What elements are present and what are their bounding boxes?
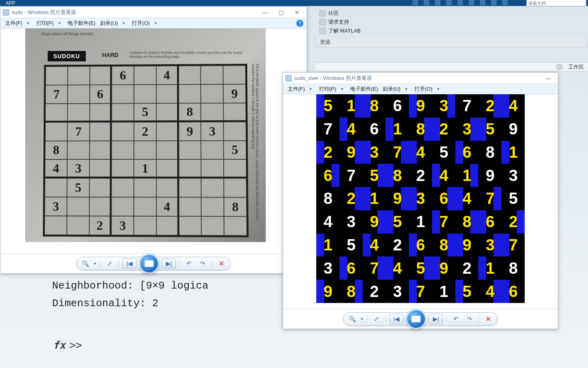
fx-icon[interactable]: fx [53,339,65,351]
tray-icon[interactable] [502,0,508,5]
sudoku-heading: SUDOKU [48,51,86,61]
tray-icon[interactable] [457,0,463,5]
slideshow-button[interactable] [406,309,426,329]
sudoku-instructions: Fill in the blank spaces in the grid so … [248,64,259,224]
app-icon [3,9,9,16]
titlebar[interactable]: sudo - Windows 照片查看器 — ▢ ✕ [0,7,307,18]
given-digit: 8 [501,256,525,280]
tray-icon[interactable] [424,0,429,5]
tray-icon[interactable] [491,0,497,5]
given-digit: 5 [501,187,525,210]
minimize-button[interactable]: — [258,8,272,16]
chevron-down-icon[interactable]: ▼ [26,21,33,25]
menu-file[interactable]: 文件(F) [286,85,307,94]
matlab-link-learn[interactable]: 了解 MATLAB [315,26,588,35]
desktop: APP 社区 请求支持 了解 MATLAB 资源 工作区 sudo - Wind… [0,0,588,368]
computed-digit: 6 [409,234,432,257]
menu-email[interactable]: 电子邮件(E) [349,85,380,94]
tray-icons [412,0,508,5]
tray-icon[interactable] [480,0,485,5]
zoom-button[interactable]: 🔍 [347,314,359,324]
given-digit: 1 [432,280,455,303]
rotate-cw-button[interactable]: ↷ [196,258,208,269]
next-button[interactable]: ▶| [428,314,443,324]
app-tab[interactable]: APP [0,0,21,6]
chevron-down-icon[interactable]: ▼ [121,21,129,25]
tray-icon[interactable] [412,0,418,5]
delete-button[interactable]: ✕ [482,314,494,324]
computed-digit: 3 [455,118,479,141]
given-digit: 7 [455,94,479,118]
slideshow-button[interactable] [139,254,159,274]
viewer-controls: 🔍▼ ⤢ |◀ ▶| ↶ ↷ ✕ [0,253,307,273]
menu-print[interactable]: 打印(P) [317,85,338,94]
tray-icon[interactable] [469,0,474,5]
rotate-ccw-button[interactable]: ↶ [450,314,462,324]
menu-open[interactable]: 打开(O) [413,85,434,94]
computed-digit: 6 [478,210,501,234]
computed-digit: 7 [409,280,432,303]
computed-digit: 9 [432,256,455,280]
sudoku-cell [89,104,111,122]
minimize-button[interactable]: — [541,74,556,82]
menu-burn[interactable]: 刻录(U) [99,19,119,28]
sudoku-photo: blogs about all things funnies. SUDOKU H… [25,28,266,242]
slideshow-icon [412,316,420,322]
rotate-ccw-button[interactable]: ↶ [183,258,195,269]
sudoku-cell [201,65,223,84]
fit-button[interactable]: ⤢ [103,258,115,269]
chevron-down-icon[interactable]: ▼ [404,87,411,91]
matlab-resources-label: 资源 [315,37,588,47]
tray-icon[interactable] [435,0,440,5]
chevron-down-icon[interactable]: ▼ [436,87,443,91]
menu-print[interactable]: 打印(P) [35,19,55,28]
chevron-down-icon[interactable]: ▼ [93,262,97,266]
help-icon[interactable]: ? [296,20,303,27]
chevron-down-icon[interactable]: ▼ [308,87,316,91]
matlab-prompt[interactable]: fx >> [53,339,82,351]
computed-digit: 4 [432,164,455,187]
menubar: 文件(F)▼ 打印(P)▼ 电子邮件(E) 刻录(U)▼ 打开(O)▼ ? [0,18,307,28]
chevron-down-icon[interactable]: ▼ [339,87,347,91]
matlab-link-community[interactable]: 社区 [315,9,588,18]
rotate-cw-button[interactable]: ↷ [463,314,475,324]
separator [119,259,119,268]
delete-button[interactable]: ✕ [215,258,227,269]
viewer-canvas: blogs about all things funnies. SUDOKU H… [0,28,307,253]
close-button[interactable]: ✕ [290,8,304,16]
menu-open[interactable]: 打开(O) [130,19,152,28]
sudoku-cell [134,216,156,236]
sudoku-cell: 3 [111,216,134,235]
sudoku-cell [89,141,112,160]
given-digit: 3 [316,256,339,280]
sudoku-cell [201,197,224,217]
slideshow-icon [145,260,154,267]
given-digit: 2 [386,234,409,257]
computed-digit: 3 [432,94,455,118]
chevron-down-icon[interactable]: ▼ [153,21,161,25]
next-button[interactable]: ▶| [162,258,176,269]
chevron-down-icon[interactable]: ▼ [360,317,364,321]
chevron-down-icon[interactable]: ▼ [57,21,65,25]
given-digit: 8 [478,141,501,164]
computed-digit: 2 [478,94,501,118]
fit-button[interactable]: ⤢ [370,314,382,324]
computed-digit: 5 [478,118,501,141]
menu-burn[interactable]: 刻录(U) [381,85,402,94]
menu-email[interactable]: 电子邮件(E) [66,19,97,28]
tray-icon[interactable] [446,0,452,5]
computed-digit: 7 [478,187,501,210]
prev-button[interactable]: |◀ [122,258,137,269]
titlebar[interactable]: sudo_over - Windows 照片查看器 — [283,73,558,84]
prev-button[interactable]: |◀ [389,314,404,324]
search-docs-input[interactable] [526,0,586,6]
computed-digit: 5 [363,164,386,187]
matlab-console: Neighborhood: [9×9 logica Dimensionality… [52,277,285,312]
computed-digit: 6 [432,187,455,210]
maximize-button[interactable]: ▢ [274,8,288,16]
zoom-button[interactable]: 🔍 [80,258,92,269]
menu-file[interactable]: 文件(F) [4,19,24,28]
matlab-link-support[interactable]: 请求支持 [315,18,588,26]
difficulty-label: HARD [102,52,118,58]
dropdown-icon[interactable] [556,64,563,70]
